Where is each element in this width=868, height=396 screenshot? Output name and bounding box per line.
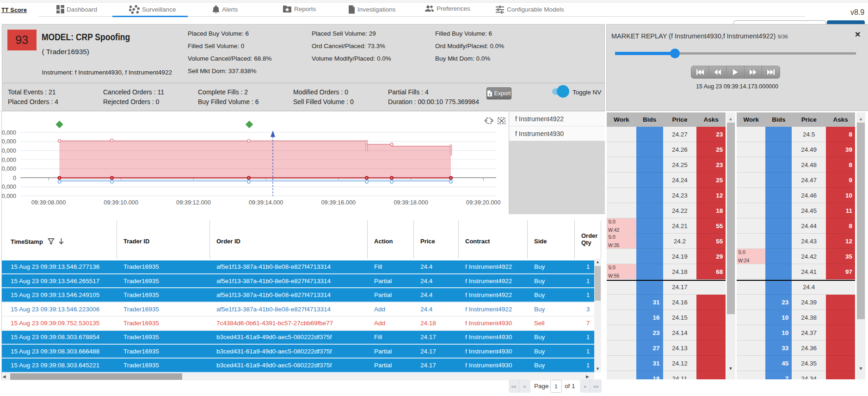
svg-text:0: 0 (13, 175, 16, 181)
svg-text:0,000: 0,000 (2, 193, 16, 199)
svg-text:0,000: 0,000 (2, 166, 16, 172)
svg-text:09:39:08.000: 09:39:08.000 (31, 199, 66, 206)
svg-text:0,000: 0,000 (2, 138, 16, 145)
svg-text:09:39:20.000: 09:39:20.000 (466, 199, 501, 206)
svg-text:0,000: 0,000 (2, 148, 16, 154)
svg-text:09:39:14.000: 09:39:14.000 (249, 199, 283, 206)
svg-text:09:39:18.000: 09:39:18.000 (394, 199, 428, 206)
svg-text:0,000: 0,000 (2, 184, 16, 190)
svg-text:0,000: 0,000 (2, 130, 16, 136)
svg-text:09:39:12.000: 09:39:12.000 (176, 199, 211, 206)
svg-text:09:39:10.000: 09:39:10.000 (104, 199, 138, 206)
svg-text:09:39:16.000: 09:39:16.000 (321, 199, 356, 206)
svg-text:0,000: 0,000 (2, 157, 16, 163)
